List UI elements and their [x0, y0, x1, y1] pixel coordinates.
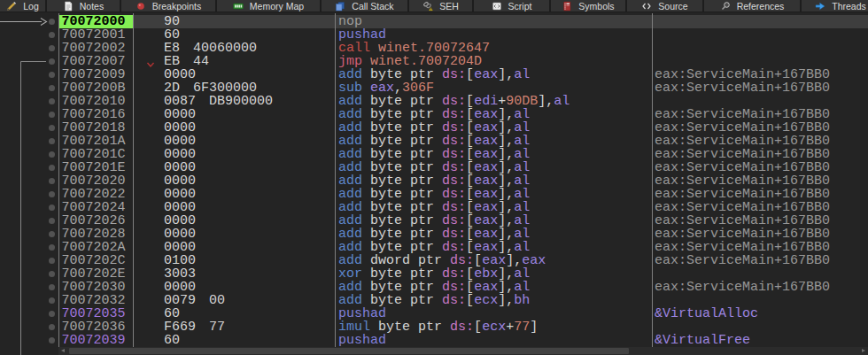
breakpoint-dot[interactable] [49, 151, 55, 158]
address-cell[interactable]: 7007201A [59, 135, 133, 148]
bytes-cell[interactable]: 2D 6F300000 [133, 81, 335, 95]
comment-cell[interactable]: eax:ServiceMain+167BB0 [652, 68, 868, 81]
address-cell[interactable]: 7007200B [59, 81, 133, 95]
instruction-cell[interactable]: add byte ptr ds:[eax],al [336, 108, 652, 121]
instruction-cell[interactable]: pushad [336, 334, 652, 347]
bytes-cell[interactable]: EB 44 [133, 55, 335, 68]
tab-notes[interactable]: Notes [47, 0, 121, 12]
bytes-cell[interactable]: 90 [133, 15, 335, 28]
bytes-cell[interactable]: 0000 [133, 188, 335, 201]
breakpoint-dot[interactable] [49, 138, 55, 144]
bytes-cell[interactable]: 60 [133, 307, 335, 320]
disassembly-row[interactable]: 700720300000add byte ptr ds:[eax],aleax:… [0, 281, 868, 294]
address-cell[interactable]: 70072007 [59, 55, 133, 68]
disassembly-row[interactable]: 700720280000add byte ptr ds:[eax],aleax:… [0, 228, 868, 241]
disassembly-row[interactable]: 700720200000add byte ptr ds:[eax],aleax:… [0, 174, 868, 188]
instruction-cell[interactable]: add byte ptr ds:[eax],al [336, 174, 652, 188]
address-cell[interactable]: 7007202E [59, 267, 133, 281]
bytes-cell[interactable]: 0000 [133, 121, 335, 135]
breakpoint-dot[interactable] [49, 191, 55, 197]
address-cell[interactable]: 70072009 [59, 68, 133, 81]
instruction-cell[interactable]: add byte ptr ds:[eax],al [336, 121, 652, 135]
instruction-cell[interactable]: add dword ptr ds:[eax],eax [336, 254, 652, 267]
bytes-cell[interactable]: 0000 [133, 135, 335, 148]
disassembly-row[interactable]: 7007201C0000add byte ptr ds:[eax],aleax:… [0, 148, 868, 161]
breakpoint-dot[interactable] [49, 98, 55, 104]
bytes-cell[interactable]: 60 [133, 334, 335, 347]
comment-cell[interactable]: eax:ServiceMain+167BB0 [652, 201, 868, 214]
instruction-cell[interactable]: add byte ptr ds:[eax],al [336, 161, 652, 174]
address-cell[interactable]: 70072018 [59, 121, 133, 135]
breakpoint-dot[interactable] [49, 284, 55, 290]
instruction-cell[interactable]: add byte ptr ds:[edi+90DB],al [336, 95, 652, 108]
address-cell[interactable]: 7007202C [59, 254, 133, 267]
instruction-cell[interactable]: xor byte ptr ds:[ebx],al [336, 267, 652, 281]
address-cell[interactable]: 70072020 [59, 174, 133, 188]
disassembly-row[interactable]: 7007201A0000add byte ptr ds:[eax],aleax:… [0, 135, 868, 148]
tab-references[interactable]: References [704, 0, 802, 12]
breakpoint-dot[interactable] [49, 337, 55, 343]
breakpoint-dot[interactable] [49, 32, 55, 38]
scrollbar-left-arrow-icon[interactable] [61, 349, 65, 352]
disassembly-row[interactable]: 700720180000add byte ptr ds:[eax],aleax:… [0, 121, 868, 135]
disassembly-row[interactable]: 700720220000add byte ptr ds:[eax],aleax:… [0, 188, 868, 201]
disassembly-row[interactable]: 7007203560pushad&VirtualAlloc [0, 307, 868, 320]
address-cell[interactable]: 70072000 [59, 15, 133, 28]
comment-cell[interactable]: eax:ServiceMain+167BB0 [652, 135, 868, 148]
breakpoint-dot[interactable] [49, 271, 55, 277]
tab-symbols[interactable]: Symbols [551, 0, 627, 12]
disassembly-row[interactable]: 7007200090nop [0, 15, 868, 28]
comment-cell[interactable]: eax:ServiceMain+167BB0 [652, 281, 868, 294]
disassembly-row[interactable]: 7007202C0100add dword ptr ds:[eax],eaxea… [0, 254, 868, 267]
address-cell[interactable]: 7007201C [59, 148, 133, 161]
disassembly-row[interactable]: 700720260000add byte ptr ds:[eax],aleax:… [0, 214, 868, 228]
comment-cell[interactable]: eax:ServiceMain+167BB0 [652, 161, 868, 174]
breakpoint-dot[interactable] [49, 178, 55, 184]
breakpoint-dot[interactable] [49, 324, 55, 330]
bytes-cell[interactable]: 0000 [133, 174, 335, 188]
comment-cell[interactable]: eax:ServiceMain+167BB0 [652, 241, 868, 254]
address-cell[interactable]: 7007202A [59, 241, 133, 254]
disassembly-row[interactable]: 70072007EB 44jmp winet.7007204D [0, 55, 868, 68]
breakpoint-dot[interactable] [49, 72, 55, 78]
disassembly-row[interactable]: 7007201E0000add byte ptr ds:[eax],aleax:… [0, 161, 868, 174]
disassembly-row[interactable]: 70072036F669 77imul byte ptr ds:[ecx+77] [0, 320, 868, 334]
disassembly-row[interactable]: 70072002E8 40060000call winet.70072647 [0, 42, 868, 55]
instruction-cell[interactable]: sub eax,306F [336, 81, 652, 95]
address-cell[interactable]: 70072002 [59, 42, 133, 55]
tab-seh[interactable]: SEH [409, 0, 474, 12]
instruction-cell[interactable]: add byte ptr ds:[eax],al [336, 148, 652, 161]
address-cell[interactable]: 70072026 [59, 214, 133, 228]
bytes-cell[interactable]: 0000 [133, 68, 335, 81]
address-cell[interactable]: 70072036 [59, 320, 133, 334]
horizontal-scrollbar[interactable] [58, 347, 868, 355]
scrollbar-right-arrow-icon[interactable] [862, 349, 865, 352]
instruction-cell[interactable]: add byte ptr ds:[eax],al [336, 241, 652, 254]
comment-cell[interactable]: eax:ServiceMain+167BB0 [652, 254, 868, 267]
instruction-cell[interactable]: add byte ptr ds:[eax],al [336, 68, 652, 81]
breakpoint-dot[interactable] [49, 231, 55, 237]
bytes-cell[interactable]: 0000 [133, 281, 335, 294]
disassembly-row[interactable]: 7007203960pushad&VirtualFree [0, 334, 868, 347]
breakpoint-dot[interactable] [49, 244, 55, 251]
instruction-cell[interactable]: pushad [336, 307, 652, 320]
disassembly-row[interactable]: 700720100087 DB900000add byte ptr ds:[ed… [0, 95, 868, 108]
tab-memory-map[interactable]: Memory Map [217, 0, 322, 12]
breakpoint-dot[interactable] [49, 19, 55, 25]
tab-script[interactable]: Script [474, 0, 551, 12]
tab-log[interactable]: Log [0, 0, 47, 12]
bytes-cell[interactable]: 0087 DB900000 [133, 95, 335, 108]
breakpoint-dot[interactable] [49, 205, 55, 211]
bytes-cell[interactable]: F669 77 [133, 320, 335, 334]
comment-cell[interactable]: eax:ServiceMain+167BB0 [652, 214, 868, 228]
instruction-cell[interactable]: add byte ptr ds:[eax],al [336, 188, 652, 201]
breakpoint-dot[interactable] [49, 45, 55, 51]
instruction-cell[interactable]: add byte ptr ds:[eax],al [336, 281, 652, 294]
disassembly-row[interactable]: 7007200160pushad [0, 28, 868, 42]
disassembly-row[interactable]: 700720090000add byte ptr ds:[eax],aleax:… [0, 68, 868, 81]
instruction-cell[interactable]: jmp winet.7007204D [336, 55, 652, 68]
comment-cell[interactable]: eax:ServiceMain+167BB0 [652, 121, 868, 135]
disassembly-row[interactable]: 700720240000add byte ptr ds:[eax],aleax:… [0, 201, 868, 214]
bytes-cell[interactable]: 0000 [133, 214, 335, 228]
address-cell[interactable]: 70072035 [59, 307, 133, 320]
